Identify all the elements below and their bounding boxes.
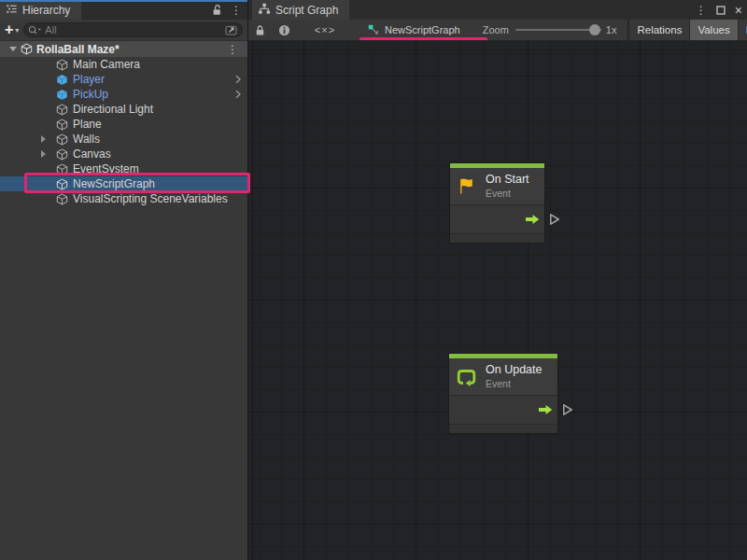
variables-glyph: <×> bbox=[315, 24, 335, 35]
hierarchy-toolbar: + ▾ bbox=[0, 20, 247, 40]
tree-item-label: Main Camera bbox=[73, 58, 140, 71]
tree-item-label: NewScriptGraph bbox=[73, 177, 155, 190]
add-gameobject-button[interactable]: + ▾ bbox=[5, 22, 19, 37]
dim-toggle-button[interactable]: Dim bbox=[738, 20, 747, 41]
tree-item-label: Plane bbox=[73, 118, 102, 131]
node-subtitle: Event bbox=[486, 188, 529, 200]
hierarchy-unlock-icon[interactable] bbox=[212, 4, 222, 16]
node-subtitle: Event bbox=[486, 378, 542, 390]
node-on-start[interactable]: On Start Event bbox=[450, 163, 544, 243]
script-graph-panel: Script Graph ⋮ × <×> bbox=[247, 0, 747, 560]
expander-icon[interactable] bbox=[41, 135, 46, 143]
gameobject-cube-icon bbox=[56, 104, 68, 116]
tab-script-graph-label: Script Graph bbox=[275, 4, 338, 17]
hierarchy-panel: Hierarchy ⋮ + ▾ bbox=[0, 0, 247, 560]
tree-item-directional-light[interactable]: Directional Light bbox=[0, 102, 247, 117]
hierarchy-icon bbox=[6, 3, 18, 18]
tab-hierarchy[interactable]: Hierarchy bbox=[0, 0, 81, 20]
tree-item-plane[interactable]: Plane bbox=[0, 117, 247, 132]
flag-icon bbox=[457, 176, 478, 197]
graph-info-icon[interactable] bbox=[273, 20, 295, 41]
flow-arrow-icon bbox=[539, 405, 553, 414]
node-footer bbox=[450, 233, 544, 243]
zoom-slider[interactable] bbox=[515, 29, 601, 31]
node-title: On Update bbox=[486, 363, 542, 378]
gameobject-cube-icon bbox=[56, 59, 68, 71]
tree-item-label: Walls bbox=[73, 133, 100, 146]
tree-item-label: Player bbox=[73, 73, 105, 86]
window-menu-icon[interactable]: ⋮ bbox=[696, 5, 707, 16]
maximize-icon[interactable] bbox=[716, 6, 726, 15]
focused-panel-accent-line bbox=[0, 0, 247, 2]
graph-canvas[interactable]: On Start Event bbox=[248, 41, 747, 560]
zoom-value: 1x bbox=[606, 24, 617, 35]
expander-icon[interactable] bbox=[41, 150, 46, 158]
tree-item-label: EventSystem bbox=[73, 162, 139, 175]
tree-item-walls[interactable]: Walls bbox=[0, 132, 247, 147]
tab-hierarchy-label: Hierarchy bbox=[22, 4, 70, 17]
scene-foldout-icon[interactable] bbox=[9, 47, 17, 51]
gameobject-cube-icon bbox=[56, 163, 68, 175]
hierarchy-tabstrip: Hierarchy ⋮ bbox=[0, 0, 247, 20]
tree-item-label: Directional Light bbox=[73, 103, 153, 116]
zoom-slider-handle[interactable] bbox=[589, 24, 600, 35]
open-prefab-arrow-icon[interactable] bbox=[235, 90, 241, 99]
node-title: On Start bbox=[486, 173, 529, 188]
tree-item-label: Canvas bbox=[73, 147, 111, 161]
hierarchy-tree: Main Camera Player PickUp bbox=[0, 57, 247, 206]
output-port[interactable] bbox=[562, 403, 573, 416]
breadcrumb-label: NewScriptGraph bbox=[385, 24, 460, 35]
output-port[interactable] bbox=[549, 213, 560, 226]
flow-arrow-icon bbox=[526, 215, 540, 224]
tab-script-graph[interactable]: Script Graph bbox=[252, 0, 349, 20]
blackboard-variables-toggle[interactable]: <×> bbox=[306, 20, 344, 41]
tree-item-newscriptgraph[interactable]: NewScriptGraph bbox=[0, 176, 247, 191]
plus-icon: + bbox=[5, 22, 13, 37]
graph-lock-icon[interactable] bbox=[248, 20, 271, 41]
tree-item-eventsystem[interactable]: EventSystem bbox=[0, 161, 247, 176]
gameobject-cube-icon bbox=[56, 119, 68, 131]
graph-asset-icon bbox=[368, 24, 379, 35]
node-on-update[interactable]: On Update Event bbox=[449, 354, 557, 433]
script-graph-tabstrip: Script Graph ⋮ × bbox=[248, 0, 747, 20]
close-icon[interactable]: × bbox=[735, 4, 742, 17]
prefab-cube-icon bbox=[56, 74, 68, 86]
unity-scene-icon bbox=[21, 43, 33, 55]
tree-item-canvas[interactable]: Canvas bbox=[0, 147, 247, 161]
breadcrumb-graph[interactable]: NewScriptGraph bbox=[357, 20, 472, 41]
graph-toolbar: <×> NewScriptGraph Zoom 1x Relations Val… bbox=[248, 20, 747, 41]
hierarchy-search-field[interactable] bbox=[23, 22, 243, 37]
tree-item-label: PickUp bbox=[73, 88, 108, 101]
values-toggle-button[interactable]: Values bbox=[689, 20, 737, 41]
scene-name: RollaBall Maze* bbox=[36, 43, 120, 56]
scene-header[interactable]: RollaBall Maze* ⋮ bbox=[0, 40, 247, 57]
gameobject-cube-icon bbox=[56, 193, 68, 205]
search-input[interactable] bbox=[45, 24, 221, 35]
loop-icon bbox=[456, 367, 478, 387]
tree-item-pickup[interactable]: PickUp bbox=[0, 87, 247, 102]
scene-menu-icon[interactable]: ⋮ bbox=[227, 44, 247, 55]
node-footer bbox=[449, 424, 557, 433]
tree-item-visualscripting-scenevariables[interactable]: VisualScripting SceneVariables bbox=[0, 191, 247, 206]
gameobject-cube-icon bbox=[56, 133, 68, 146]
caret-down-icon: ▾ bbox=[15, 26, 19, 35]
open-prefab-arrow-icon[interactable] bbox=[235, 75, 241, 84]
gameobject-cube-icon bbox=[56, 178, 68, 190]
tree-item-player[interactable]: Player bbox=[0, 72, 247, 87]
open-search-window-icon[interactable] bbox=[224, 24, 239, 35]
tree-item-main-camera[interactable]: Main Camera bbox=[0, 57, 247, 72]
prefab-cube-icon bbox=[56, 89, 68, 101]
zoom-label: Zoom bbox=[483, 24, 509, 35]
search-icon bbox=[28, 25, 42, 35]
relations-toggle-button[interactable]: Relations bbox=[628, 20, 689, 41]
tree-item-label: VisualScripting SceneVariables bbox=[73, 192, 228, 205]
hierarchy-menu-icon[interactable]: ⋮ bbox=[231, 5, 242, 16]
gameobject-cube-icon bbox=[56, 148, 68, 161]
graph-tree-icon bbox=[258, 3, 271, 18]
